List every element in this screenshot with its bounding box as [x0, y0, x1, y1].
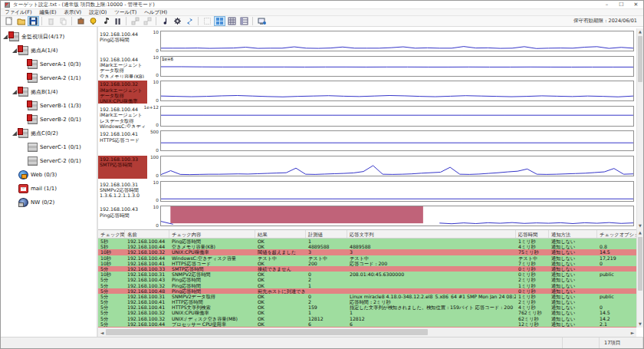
scroll-down-icon[interactable]: ▼ [637, 222, 643, 229]
tree-expander-icon[interactable] [12, 130, 18, 137]
table-cell: 1 [306, 239, 347, 244]
table-cell [597, 299, 636, 305]
tree-item--b-1-4-[interactable]: 拠点B(1/4) [1, 85, 97, 99]
select-range-button[interactable] [202, 16, 213, 26]
scroll-left-icon[interactable]: ◄ [98, 330, 106, 335]
column-header-4[interactable]: 計測値 [306, 230, 347, 238]
column-header-0[interactable]: チェック間隔 [98, 230, 125, 238]
chart-label[interactable]: 192.168.100.31SNMPv2応答時間1.3.6.1.2.1.1.3.… [98, 181, 147, 204]
tree-expander-icon[interactable] [2, 34, 8, 40]
column-header-6[interactable]: 応答時間 [516, 230, 549, 238]
tree-item--a-1-4-[interactable]: 拠点A(1/4) [1, 44, 97, 58]
chart-label[interactable]: 192.168.100.44Ping応答時間 [98, 31, 147, 54]
table-row[interactable]: 5分192.168.100.32Ping応答時間OK11ミリ秒通知しない [98, 283, 636, 288]
column-header-8[interactable]: チェックオプション2 [597, 230, 636, 238]
tree-item-serverc-1-0-1-[interactable]: ServerC-1 (0/1) [1, 140, 97, 154]
tree-item-serverc-2-0-1-[interactable]: ServerC-2 (0/1) [1, 154, 97, 168]
menu-item-2[interactable]: 表示(V) [61, 9, 86, 16]
alert-sound-button[interactable] [87, 16, 99, 26]
table-row[interactable]: 5分192.168.100.32UNIX:/ ディスク空き容量(MB)OK128… [98, 316, 636, 321]
new-file-button[interactable] [3, 16, 15, 26]
chart-label[interactable]: 192.168.100.44iMarkエージェントデータ取得空きメモリ容量(KB… [98, 56, 147, 79]
tree-item-mail-1-1-[interactable]: mail (1/1) [1, 182, 97, 196]
chart-label-alert[interactable]: 192.168.100.33SMTP応答時間 [98, 156, 147, 179]
tree-item-nw-0-2-[interactable]: NW (0/2) [1, 196, 97, 209]
table-row[interactable]: 5分192.168.100.41HTTP応答時間OK2応答時間：2ミリ秒2ミリ秒… [98, 299, 636, 305]
table-row[interactable]: 5秒192.168.100.44Ping応答時間OK11ミリ秒通知しない [98, 239, 636, 244]
table-cell: 192.168.100.31 [125, 294, 169, 299]
swap-arrows-button[interactable] [184, 16, 196, 26]
chart-label[interactable]: 192.168.100.44iMarkエージェントレスデータ取得WindowsC… [98, 106, 147, 129]
table-row[interactable]: 10秒192.168.100.41HTTPS応答コードOK200応答コード：20… [98, 261, 636, 266]
table-row[interactable]: 5分192.168.100.31SNMPV2データ取得OK0Linux mira… [98, 294, 636, 299]
tree-expander-icon[interactable] [12, 48, 18, 54]
menu-item-0[interactable]: ファイル(F) [1, 9, 35, 16]
unlink-nodes-button[interactable] [142, 16, 153, 26]
table-row[interactable]: 5分192.168.100.43Ping応答時間OK22ミリ秒通知しない [98, 277, 636, 282]
pause-button[interactable] [112, 16, 123, 26]
table-row[interactable]: 5分192.168.100.48Ping応答時間宛先ホストに到達できません0ミリ… [98, 288, 636, 294]
tree-item--c-0-2-[interactable]: 拠点C(0/2) [1, 127, 97, 140]
close-button[interactable]: ✕ [629, 1, 643, 8]
tree-item--4-17-[interactable]: 全監視項目(4/17) [1, 30, 97, 44]
copy-button[interactable] [58, 16, 69, 26]
toolbar: 保守有効期限：2024/06/01 [1, 16, 643, 27]
save-button[interactable] [28, 16, 39, 26]
minimize-button[interactable]: – [600, 1, 614, 8]
column-header-2[interactable]: チェック内容 [169, 230, 255, 238]
view-grid-button[interactable] [214, 16, 225, 26]
tree-expander-icon[interactable] [12, 89, 18, 95]
table-cell: 通知しない [549, 299, 597, 305]
open-file-button[interactable] [15, 16, 27, 26]
table-scrollbar-thumb[interactable] [638, 237, 642, 291]
charts-scrollbar-thumb[interactable] [638, 36, 642, 82]
maximize-button[interactable]: ☐ [614, 1, 629, 8]
column-header-7[interactable]: 通知方法 [549, 230, 597, 238]
column-header-1[interactable]: 名前 [125, 230, 169, 238]
settings-gear-button[interactable] [172, 16, 183, 26]
scroll-right-icon[interactable]: ► [629, 330, 636, 335]
table-row[interactable]: 5分192.168.100.44プロセッサー CPU使用率OK6612ミリ秒通知… [98, 321, 636, 327]
chart-line [161, 96, 633, 97]
table-cell [347, 283, 516, 288]
column-header-5[interactable]: 応答文字列 [347, 230, 516, 238]
chart-label[interactable]: 192.168.100.43Ping応答時間 [98, 206, 147, 229]
note-settings-button[interactable] [159, 16, 171, 26]
table-row[interactable]: 5分192.168.100.33SMTP応答時間接続できません0ミリ秒通知しない [98, 266, 636, 272]
table-scrollbar[interactable]: ▲ ▼ [636, 229, 643, 328]
table-row[interactable]: 10秒192.168.100.32UNIX:CPU稼働率閾値を超えました3375… [98, 249, 636, 255]
table-row[interactable]: 10秒192.168.100.31SNMPV2応答時間OK0208.01:40:… [98, 272, 636, 277]
target-add-button[interactable] [75, 16, 87, 26]
tree-item-serverb-1-1-3-[interactable]: ServerB-1 (1/3) [1, 99, 97, 113]
menu-item-1[interactable]: 編集(E) [35, 9, 60, 16]
tree-item-servera-1-0-3-[interactable]: ServerA-1 (0/3) [1, 58, 97, 71]
table-row[interactable]: 5分192.168.100.32UNIX:CPU稼働率OK11762ミリ秒通知し… [98, 310, 636, 315]
table-hscrollbar-thumb[interactable] [106, 329, 428, 335]
chart-label[interactable]: 192.168.100.41HTTPS応答コード [98, 130, 147, 153]
scroll-up-icon[interactable]: ▲ [637, 229, 643, 236]
charts-scrollbar[interactable]: ▲ ▼ [636, 28, 643, 229]
view-detail-button[interactable] [238, 16, 250, 26]
scroll-down-icon[interactable]: ▼ [637, 321, 643, 328]
menu-item-4[interactable]: ツール(T) [110, 9, 140, 16]
tree-item-serverb-2-0-1-[interactable]: ServerB-2 (0/1) [1, 113, 97, 127]
chart-label-alert[interactable]: 192.168.100.32iMarkエージェントデータ取得UNIX:CPU稼働… [98, 81, 147, 104]
sound-note-button[interactable] [100, 16, 111, 26]
view-table-button[interactable] [226, 16, 238, 26]
table-cell: 14.2 [597, 316, 636, 321]
table-row[interactable]: 10秒192.168.100.44WindowsC:空きディスク容量テスト中テス… [98, 255, 636, 261]
tree-item-web-0-3-[interactable]: Web (0/3) [1, 168, 97, 182]
menu-item-5[interactable]: ヘルプ(H) [140, 9, 171, 16]
delete-button[interactable] [45, 16, 57, 26]
remote-monitor-button[interactable] [256, 16, 268, 26]
table-cell: OK [255, 277, 306, 282]
table-row[interactable]: 5秒192.168.100.44空きメモリ容量(KB)OK48895884889… [98, 244, 636, 249]
link-nodes-button[interactable] [130, 16, 141, 26]
tree-item-servera-2-1-1-[interactable]: ServerA-2 (1/1) [1, 71, 97, 85]
table-row[interactable]: 5分192.168.100.41HTTPS文字列検索OK159指定した文字列が検… [98, 305, 636, 310]
menu-item-3[interactable]: 設定(O) [85, 9, 110, 16]
table-hscrollbar[interactable]: ◄ ► [98, 328, 636, 337]
scroll-up-icon[interactable]: ▲ [637, 28, 643, 35]
column-header-3[interactable]: 結果 [255, 230, 306, 238]
table-cell [597, 277, 636, 282]
